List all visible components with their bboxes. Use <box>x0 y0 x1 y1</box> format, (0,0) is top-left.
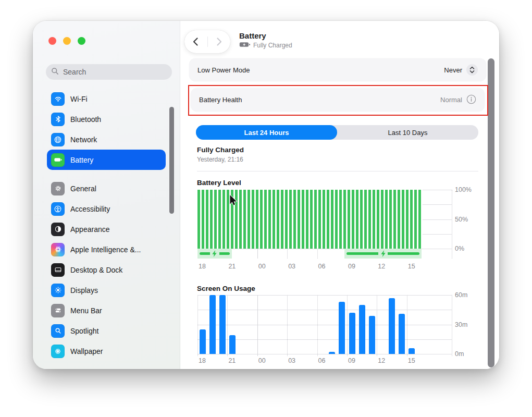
tab-last-24-hours[interactable]: Last 24 Hours <box>196 125 337 140</box>
sidebar: Wi-FiBluetoothNetworkBatteryGeneralAcces… <box>33 21 180 369</box>
x-tick-label: 15 <box>408 357 415 364</box>
sidebar-item-battery[interactable]: Battery <box>47 150 166 170</box>
battery-level-bars <box>197 190 423 249</box>
sidebar-item-label: Displays <box>70 286 98 295</box>
screen-usage-bar-09 <box>349 313 355 354</box>
sidebar-item-label: Bluetooth <box>70 115 101 124</box>
battery-status-line: Fully Charged <box>239 42 292 49</box>
desktop-dock-icon <box>51 263 65 277</box>
sidebar-item-menu-bar[interactable]: Menu Bar <box>47 300 166 321</box>
sidebar-item-accessibility[interactable]: Accessibility <box>47 199 166 219</box>
sidebar-item-general[interactable]: General <box>47 178 166 199</box>
search-field[interactable] <box>46 64 172 80</box>
screen-usage-bar-10 <box>359 305 365 354</box>
screen-usage-bar-11 <box>369 316 375 354</box>
time-range-tabs: Last 24 Hours Last 10 Days <box>196 125 478 140</box>
gridline <box>197 354 452 354</box>
sidebar-item-apple-intelligence[interactable]: Apple Intelligence &... <box>47 239 166 260</box>
screen-usage-bar-19 <box>209 295 216 354</box>
sidebar-item-displays[interactable]: Displays <box>47 280 166 300</box>
battery-level-chart <box>197 190 452 249</box>
charging-bolt-icon <box>378 249 388 258</box>
sidebar-item-label: Appearance <box>70 225 110 234</box>
x-tick-label: 06 <box>318 357 326 364</box>
sidebar-item-label: Battery <box>70 156 93 164</box>
sidebar-item-spotlight[interactable]: Spotlight <box>47 321 166 341</box>
y-tick-label: 60m <box>455 291 467 299</box>
sidebar-item-wallpaper[interactable]: Wallpaper <box>47 341 166 361</box>
sidebar-item-network[interactable]: Network <box>47 129 166 150</box>
charge-status-subtitle: Yesterday, 21:16 <box>197 156 244 163</box>
sidebar-item-desktop-dock[interactable]: Desktop & Dock <box>47 260 166 280</box>
screen-usage-bar-15 <box>409 348 415 354</box>
axis-tick <box>317 295 318 356</box>
search-icon <box>51 67 59 77</box>
stepper-icon[interactable] <box>466 64 478 76</box>
spotlight-icon <box>51 324 65 338</box>
battery-icon <box>51 153 65 167</box>
screen-on-usage-title: Screen On Usage <box>197 285 255 292</box>
x-tick-label: 09 <box>348 263 355 270</box>
tab-last-10-days[interactable]: Last 10 Days <box>337 125 478 140</box>
gridline <box>197 325 452 325</box>
search-input[interactable] <box>62 67 167 77</box>
x-tick-label: 12 <box>378 263 385 270</box>
info-icon[interactable] <box>466 94 476 106</box>
low-power-mode-label: Low Power Mode <box>197 66 250 74</box>
gridline <box>197 310 452 310</box>
bluetooth-icon <box>51 113 65 126</box>
axis-tick <box>407 295 407 356</box>
sidebar-item-label: General <box>70 185 96 193</box>
x-tick-label: 18 <box>199 357 206 364</box>
x-tick-label: 00 <box>258 263 266 270</box>
divider <box>197 171 478 171</box>
sidebar-item-label: Menu Bar <box>70 306 102 315</box>
system-settings-window: Wi-FiBluetoothNetworkBatteryGeneralAcces… <box>33 21 499 369</box>
sidebar-item-label: Accessibility <box>70 205 110 213</box>
battery-charging-icon <box>239 42 251 49</box>
minimize-button[interactable] <box>63 37 71 45</box>
x-tick-label: 21 <box>228 357 236 364</box>
screen-on-usage-chart <box>197 295 452 354</box>
x-tick-label: 00 <box>258 357 266 364</box>
sidebar-item-wi-fi[interactable]: Wi-Fi <box>47 89 166 109</box>
zoom-button[interactable] <box>78 37 85 45</box>
main-scrollbar[interactable] <box>488 58 494 367</box>
axis-tick <box>452 190 452 259</box>
x-tick-label: 03 <box>288 357 295 364</box>
x-tick-label: 09 <box>348 357 355 364</box>
battery-chart-x-axis: 1821000306091215 <box>197 263 452 271</box>
screen-usage-bar-07 <box>329 352 335 354</box>
gridline <box>197 339 452 340</box>
charge-status-title: Fully Charged <box>197 146 244 154</box>
axis-tick <box>287 295 288 356</box>
x-tick-label: 21 <box>228 263 236 270</box>
axis-tick <box>452 295 452 356</box>
gear-icon <box>51 182 65 195</box>
x-tick-label: 03 <box>288 263 295 270</box>
sidebar-item-label: Spotlight <box>70 327 98 335</box>
page-title: Battery <box>239 31 292 40</box>
y-tick-label: 30m <box>455 321 467 328</box>
charge-status: Fully Charged Yesterday, 21:16 <box>197 146 244 163</box>
x-tick-label: 15 <box>408 263 415 270</box>
sidebar-item-label: Wallpaper <box>70 347 103 355</box>
battery-chart-y-axis: 100%50%0% <box>455 190 486 249</box>
close-button[interactable] <box>48 37 56 45</box>
window-controls <box>48 37 85 45</box>
y-tick-label: 100% <box>455 186 472 193</box>
low-power-mode-row: Low Power Mode Never <box>189 58 486 81</box>
forward-button[interactable] <box>208 36 231 47</box>
battery-health-value: Normal <box>440 96 462 104</box>
sidebar-item-label: Wi-Fi <box>70 95 88 103</box>
page-header: Battery Fully Charged <box>239 31 292 49</box>
battery-level-title: Battery Level <box>197 179 241 187</box>
sidebar-item-bluetooth[interactable]: Bluetooth <box>47 109 166 129</box>
back-button[interactable] <box>184 36 207 47</box>
sidebar-item-appearance[interactable]: Appearance <box>47 219 166 239</box>
battery-status-text: Fully Charged <box>253 42 292 49</box>
y-tick-label: 0m <box>455 350 464 358</box>
battery-health-label: Battery Health <box>199 96 242 104</box>
screen-usage-bar-20 <box>219 295 226 354</box>
sidebar-scrollbar[interactable] <box>169 107 174 214</box>
